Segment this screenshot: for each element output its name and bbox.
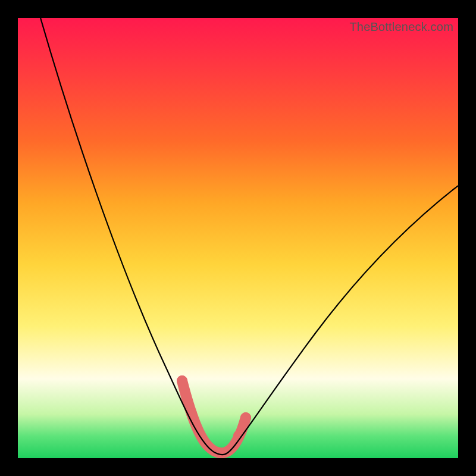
curve-svg	[18, 18, 458, 458]
bottleneck-curve-line	[40, 18, 458, 455]
highlight-dot-start	[177, 375, 187, 386]
watermark-text: TheBottleneck.com	[349, 20, 453, 34]
highlight-stroke	[182, 381, 246, 453]
chart-frame: TheBottleneck.com	[0, 0, 476, 476]
highlight-group	[177, 375, 251, 453]
highlight-dot-3	[233, 430, 244, 441]
highlight-dot-2	[186, 408, 197, 419]
highlight-dot-end	[240, 412, 251, 423]
plot-area: TheBottleneck.com	[18, 18, 458, 458]
